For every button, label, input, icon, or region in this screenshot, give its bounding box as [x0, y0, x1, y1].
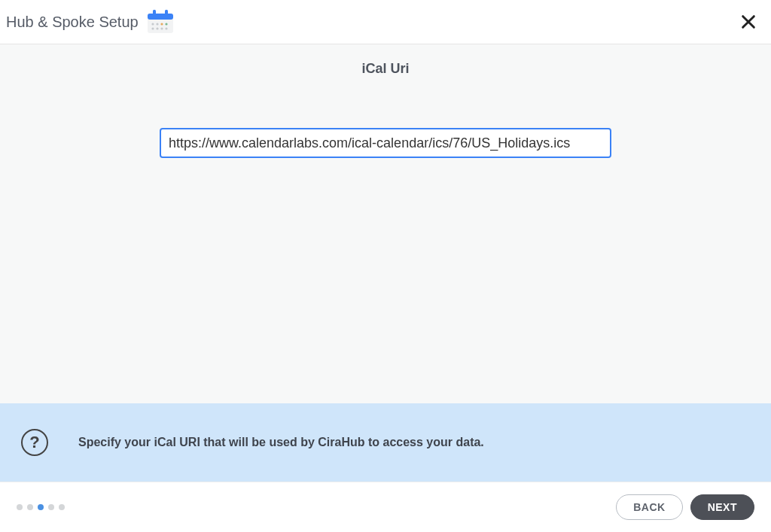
svg-point-10	[160, 27, 163, 29]
progress-dot-4	[48, 504, 54, 510]
footer-bar: BACK NEXT	[0, 482, 771, 532]
svg-point-9	[156, 27, 158, 29]
progress-dot-5	[59, 504, 65, 510]
svg-point-5	[156, 23, 158, 25]
progress-dots	[17, 504, 65, 510]
svg-point-8	[151, 27, 154, 29]
help-icon-text: ?	[29, 434, 39, 451]
svg-rect-1	[148, 14, 173, 20]
ical-uri-input[interactable]	[160, 128, 611, 158]
svg-point-4	[151, 23, 154, 25]
back-button[interactable]: BACK	[616, 494, 682, 520]
page-title: Hub & Spoke Setup	[6, 14, 139, 31]
close-button[interactable]	[739, 13, 757, 31]
footer-buttons: BACK NEXT	[616, 494, 754, 520]
svg-rect-2	[153, 10, 156, 16]
content-area: iCal Uri	[0, 44, 771, 403]
svg-rect-3	[165, 10, 168, 16]
svg-point-11	[165, 27, 167, 29]
progress-dot-2	[27, 504, 33, 510]
calendar-icon	[146, 9, 175, 35]
next-button[interactable]: NEXT	[690, 494, 754, 520]
progress-dot-3	[38, 504, 44, 510]
progress-dot-1	[17, 504, 23, 510]
help-text: Specify your iCal URI that will be used …	[78, 436, 484, 449]
svg-point-7	[165, 23, 167, 25]
close-icon	[740, 14, 757, 30]
header-bar: Hub & Spoke Setup	[0, 0, 771, 44]
help-bar: ? Specify your iCal URI that will be use…	[0, 403, 771, 482]
section-title: iCal Uri	[361, 61, 409, 77]
input-container	[160, 128, 611, 158]
svg-point-6	[160, 23, 163, 25]
header-left: Hub & Spoke Setup	[6, 9, 175, 35]
help-icon: ?	[21, 429, 48, 456]
